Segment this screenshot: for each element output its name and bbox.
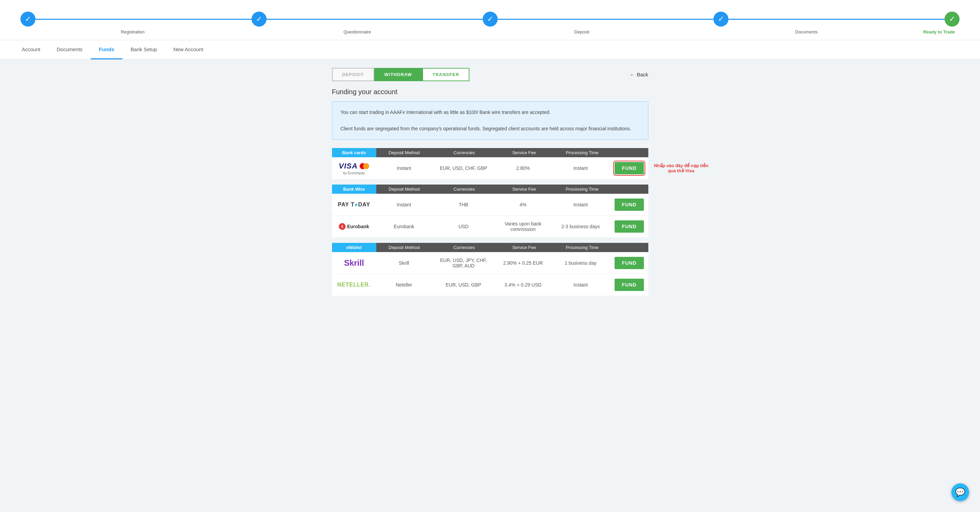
step-circle-questionnaire: ✓ [251, 11, 267, 27]
fund-button-eurobank[interactable]: FUND [614, 220, 644, 233]
chat-button[interactable]: 💬 [951, 483, 969, 501]
tab-bank-setup[interactable]: Bank Setup [123, 40, 165, 59]
ewallet-section: eWallet Deposit Method Currencies Servic… [332, 243, 648, 296]
bw-row1-fee: 4% [495, 199, 551, 210]
visa-tooltip: Nhấp vào đây để nạp tiềnqua thẻ Visa [647, 163, 715, 173]
action-tabs-left: DEPOSIT WITHDRAW TRANSFER [332, 68, 470, 81]
step-line-4 [729, 19, 945, 20]
col-action-bw [612, 185, 648, 194]
step-label-questionnaire: Questionnaire [245, 29, 470, 35]
step-wrapper-ready: ✓ [945, 11, 959, 27]
ew-row2-action: FUND [611, 276, 648, 294]
neteller-logo: NETELLER. [337, 282, 371, 288]
skrill-logo: Skrill [344, 258, 364, 268]
fund-button-skrill[interactable]: FUND [614, 257, 644, 269]
back-label: Back [637, 72, 648, 77]
fund-btn-wrap-1: FUND Nhấp vào đây để nạp tiềnqua thẻ Vis… [614, 162, 644, 174]
fund-button-neteller[interactable]: FUND [614, 279, 644, 291]
bw-row2-fee: Varies upon bank commission [495, 218, 551, 234]
bc-row1-processing: Instant [551, 163, 611, 174]
ew-row2-currencies: EUR, USD, GBP [432, 279, 495, 290]
bw-row2-currencies: USD [432, 221, 495, 232]
step-label-deposit: Deposit [470, 29, 694, 35]
bank-cards-cols: Deposit Method Currencies Service Fee Pr… [376, 148, 648, 157]
step-line-2 [267, 19, 483, 20]
step-label-row: Registration Questionnaire Deposit Docum… [0, 27, 980, 40]
ew-row2-processing: Instant [551, 279, 611, 290]
col-processing-ew: Processing Time [552, 243, 612, 252]
info-box: You can start trading in AAAFx Internati… [332, 101, 648, 140]
check-icon-deposit: ✓ [487, 15, 493, 24]
check-icon-ready: ✓ [949, 15, 955, 24]
step-label-documents: Documents [694, 29, 919, 35]
step-wrapper-registration: ✓ [21, 11, 251, 27]
step-label-ready: Ready to Trade [919, 29, 959, 35]
bc-row1-method: Instant [376, 163, 432, 174]
col-deposit-method-bc: Deposit Method [376, 148, 432, 157]
step-wrapper-questionnaire: ✓ [251, 11, 483, 27]
bank-wire-row-2: € Eurobank Eurobank USD Varies upon bank… [332, 215, 648, 238]
ew-row1-method: Skrill [376, 258, 432, 268]
back-button[interactable]: ← Back [630, 72, 648, 77]
bank-cards-header: Bank cards Deposit Method Currencies Ser… [332, 148, 648, 157]
paytoday-logo: PAY T●DAY [338, 202, 370, 208]
step-line-1 [35, 19, 251, 20]
tab-account[interactable]: Account [14, 40, 48, 59]
step-label-registration: Registration [21, 29, 245, 35]
back-arrow-icon: ← [630, 72, 635, 77]
eurobank-logo: € Eurobank [339, 223, 369, 230]
ew-row2-fee: 3.4% + 0.29 USD [495, 279, 551, 290]
neteller-logo-cell: NETELLER. [332, 279, 376, 290]
col-currencies-bc: Currencies [432, 148, 496, 157]
col-currencies-ew: Currencies [432, 243, 496, 252]
ew-row1-currencies: EUR, USD, JPY, CHF, GBP, AUD [432, 255, 495, 271]
col-fee-bc: Service Fee [496, 148, 552, 157]
paytoday-logo-cell: PAY T●DAY [332, 199, 376, 211]
bank-cards-tag: Bank cards [332, 148, 376, 157]
step-wrapper-deposit: ✓ [483, 11, 714, 27]
step-circle-registration: ✓ [21, 11, 35, 27]
bw-row2-method: Eurobank [376, 221, 432, 232]
main-content: DEPOSIT WITHDRAW TRANSFER ← Back Funding… [326, 60, 654, 309]
ecommpay-label: by Ecommpay [343, 171, 365, 175]
bw-row2-processing: 2-3 business days [551, 221, 611, 232]
bw-row1-method: Instant [376, 199, 432, 210]
chat-icon: 💬 [955, 487, 965, 497]
bank-cards-row-1: VISA by Ecommpay Instant EUR, USD, CHF, … [332, 157, 648, 179]
bc-row1-action: FUND Nhấp vào đây để nạp tiềnqua thẻ Vis… [611, 159, 648, 177]
bc-row1-fee: 2.80% [495, 163, 551, 174]
col-action-bc [612, 148, 648, 157]
bw-row1-action: FUND [611, 196, 648, 214]
mastercard-icon [360, 163, 369, 169]
step-circle-documents: ✓ [713, 11, 729, 27]
bw-row1-processing: Instant [551, 199, 611, 210]
bc-row1-currencies: EUR, USD, CHF, GBP [432, 163, 495, 174]
paytoday-o: ● [355, 202, 358, 207]
transfer-tab[interactable]: TRANSFER [422, 68, 470, 81]
ewallet-tag: eWallet [332, 243, 376, 252]
mc-right-circle [363, 163, 369, 169]
funding-heading: Funding your account [332, 88, 648, 96]
visa-mc-logo: VISA by Ecommpay [332, 159, 376, 178]
deposit-tab[interactable]: DEPOSIT [332, 68, 374, 81]
bw-row2-action: FUND [611, 218, 648, 235]
step-line-3 [498, 19, 714, 20]
info-line1: You can start trading in AAAFx Internati… [340, 108, 640, 116]
visa-text: VISA [339, 162, 358, 171]
withdraw-tab[interactable]: WITHDRAW [374, 68, 422, 81]
fund-button-paytoday[interactable]: FUND [614, 199, 644, 211]
tab-funds[interactable]: Funds [91, 40, 123, 59]
ew-row1-processing: 1 business day [551, 258, 611, 268]
col-fee-bw: Service Fee [496, 185, 552, 194]
ewallet-cols: Deposit Method Currencies Service Fee Pr… [376, 243, 648, 252]
col-processing-bw: Processing Time [552, 185, 612, 194]
fund-button-visa[interactable]: FUND [614, 162, 644, 174]
tab-new-account[interactable]: New Account [165, 40, 212, 59]
eurobank-circle-icon: € [339, 223, 346, 230]
eurobank-name: Eurobank [347, 224, 369, 229]
bank-wire-cols: Deposit Method Currencies Service Fee Pr… [376, 185, 648, 194]
col-fee-ew: Service Fee [496, 243, 552, 252]
col-deposit-method-bw: Deposit Method [376, 185, 432, 194]
tab-documents[interactable]: Documents [48, 40, 91, 59]
progress-bar-section: ✓ ✓ ✓ ✓ ✓ [0, 0, 980, 40]
